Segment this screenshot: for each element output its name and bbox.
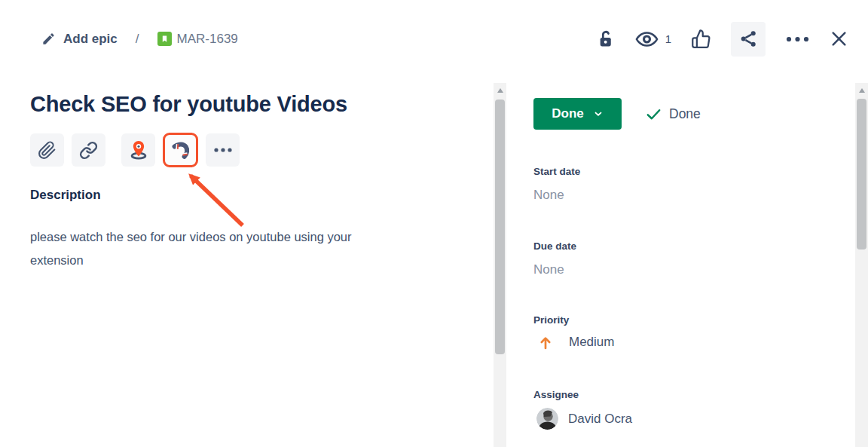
more-tools-button[interactable] (206, 133, 240, 167)
annotation-arrow (176, 163, 258, 232)
scroll-up-icon[interactable] (859, 88, 865, 93)
resolution-label: Done (669, 106, 701, 122)
boomerang-extension-button[interactable] (163, 133, 198, 167)
breadcrumb: Add epic / MAR-1639 (41, 32, 238, 47)
main-pane-scrollbar[interactable] (494, 83, 506, 447)
unlock-icon (597, 29, 616, 50)
chevron-down-icon (593, 109, 604, 119)
scrollbar-thumb[interactable] (495, 100, 505, 354)
issue-details-sidebar: Done Done Start date None Due date None … (533, 83, 850, 447)
priority-label: Priority (533, 314, 569, 326)
link-button[interactable] (72, 133, 105, 167)
attach-button[interactable] (30, 133, 64, 167)
modal-header: Add epic / MAR-1639 (0, 0, 868, 78)
header-actions: 1 (597, 22, 848, 57)
assignee-label: Assignee (533, 389, 579, 400)
thumbs-up-icon (691, 29, 711, 49)
unlock-button[interactable] (597, 29, 616, 50)
description-label: Description (30, 188, 101, 203)
scrollbar-thumb[interactable] (857, 99, 866, 250)
status-dropdown-button[interactable]: Done (533, 98, 622, 130)
due-date-value[interactable]: None (533, 262, 564, 277)
start-date-label: Start date (533, 166, 580, 177)
start-date-value[interactable]: None (533, 188, 564, 203)
status-label: Done (552, 106, 584, 121)
link-icon (79, 141, 98, 160)
watchers-count: 1 (665, 32, 671, 45)
like-button[interactable] (691, 29, 711, 49)
priority-value-text: Medium (569, 335, 614, 350)
boomerang-extension-icon (170, 140, 191, 161)
issue-main-pane: Check SEO for youtube Videos (30, 83, 475, 447)
watchers-button[interactable]: 1 (635, 30, 671, 48)
location-pin-button[interactable] (121, 133, 155, 167)
due-date-label: Due date (533, 240, 576, 252)
location-pin-icon (128, 139, 149, 161)
share-icon (738, 29, 759, 49)
priority-medium-arrow-icon (539, 335, 552, 350)
attach-icon (38, 141, 57, 160)
more-icon (785, 35, 810, 43)
add-epic-label: Add epic (63, 32, 118, 47)
more-actions-button[interactable] (785, 35, 810, 43)
priority-value[interactable]: Medium (539, 335, 614, 350)
sidebar-scrollbar[interactable] (855, 83, 868, 447)
scroll-up-icon[interactable] (497, 88, 503, 93)
resolution-indicator: Done (645, 106, 701, 123)
avatar (536, 408, 558, 430)
breadcrumb-issue-key[interactable]: MAR-1639 (157, 32, 238, 47)
share-button[interactable] (731, 22, 766, 57)
assignee-value-text: David Ocra (568, 412, 632, 427)
pencil-icon (41, 32, 56, 46)
story-type-icon (157, 32, 172, 46)
issue-toolbar (30, 133, 240, 167)
close-icon (830, 29, 848, 48)
description-text[interactable]: please watch the seo for our videos on y… (30, 225, 407, 272)
watchers-eye-icon (635, 30, 659, 48)
assignee-value[interactable]: David Ocra (536, 408, 632, 430)
add-epic-button[interactable]: Add epic (41, 32, 118, 47)
check-icon (645, 106, 662, 123)
issue-key-label: MAR-1639 (177, 32, 238, 47)
issue-detail-modal: Add epic / MAR-1639 (0, 0, 868, 447)
more-icon (213, 147, 233, 153)
close-button[interactable] (830, 29, 848, 48)
issue-title[interactable]: Check SEO for youtube Videos (30, 92, 347, 117)
breadcrumb-separator: / (136, 32, 139, 47)
